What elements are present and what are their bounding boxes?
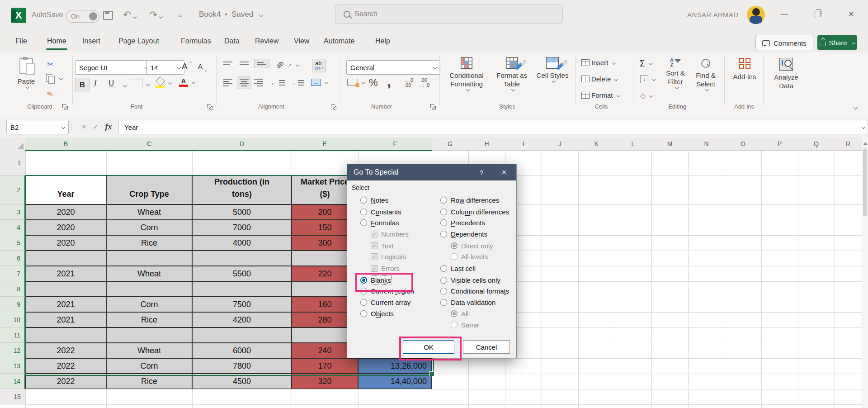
undo-button[interactable]: ↶: [123, 9, 136, 21]
comma-style-button[interactable]: ,: [387, 74, 391, 90]
cell-B2[interactable]: Year: [25, 176, 106, 204]
font-dialog-launcher[interactable]: [206, 103, 212, 109]
row-header-3[interactable]: 3: [0, 204, 25, 220]
document-title[interactable]: Book4 • Saved: [199, 10, 263, 19]
row-header-9[interactable]: 9: [0, 297, 25, 312]
wrap-text-button[interactable]: abc↩: [312, 59, 326, 72]
user-name[interactable]: ANSAR AHMAD: [687, 11, 739, 19]
cell-B10[interactable]: 2021: [25, 312, 106, 327]
cell-D2[interactable]: Production (in tons): [192, 176, 292, 204]
dialog-help-button[interactable]: ?: [475, 164, 488, 180]
cell-B3[interactable]: 2020: [25, 204, 106, 220]
accounting-format-button[interactable]: [347, 79, 365, 86]
orientation-button[interactable]: ab→: [276, 61, 299, 68]
tab-file[interactable]: File: [14, 32, 29, 51]
paste-button[interactable]: Paste: [13, 58, 40, 88]
cell-C4[interactable]: Corn: [106, 220, 192, 235]
column-header-E[interactable]: E: [292, 138, 359, 151]
addins-button[interactable]: Add-ins: [730, 58, 760, 81]
cell-D11[interactable]: [192, 327, 292, 343]
cell-B5[interactable]: 2020: [25, 235, 106, 251]
underline-menu-chevron[interactable]: [123, 84, 127, 87]
cell-C2[interactable]: Crop Type: [106, 176, 192, 204]
row-header-14[interactable]: 14: [0, 374, 25, 389]
row-header-7[interactable]: 7: [0, 266, 25, 281]
collapse-ribbon-chevron[interactable]: [854, 105, 858, 110]
decrease-decimal-button[interactable]: .00 →.0: [420, 78, 429, 88]
cell-E13[interactable]: 170: [292, 358, 358, 374]
cell-styles-button[interactable]: Cell Styles: [535, 57, 570, 82]
cell-B6[interactable]: [25, 251, 106, 266]
column-header-N[interactable]: N: [688, 138, 725, 151]
formula-input[interactable]: Year: [118, 120, 867, 134]
column-header-C[interactable]: C: [106, 138, 193, 151]
cell-C14[interactable]: Rice: [106, 374, 192, 389]
cell-B14[interactable]: 2022: [25, 374, 106, 389]
tab-view[interactable]: View: [292, 32, 311, 51]
cell-B9[interactable]: 2021: [25, 297, 106, 312]
insert-function-icon[interactable]: fx: [105, 122, 112, 132]
cell-C8[interactable]: [106, 281, 192, 297]
cell-C10[interactable]: Rice: [106, 312, 192, 327]
cut-icon[interactable]: ✂: [47, 60, 53, 69]
close-button[interactable]: ×: [841, 0, 862, 28]
tab-review[interactable]: Review: [253, 32, 280, 51]
cell-B7[interactable]: 2021: [25, 266, 106, 281]
column-header-L[interactable]: L: [615, 138, 652, 151]
cell-C13[interactable]: Corn: [106, 358, 192, 374]
column-header-J[interactable]: J: [542, 138, 579, 151]
cell-E14[interactable]: 320: [292, 374, 358, 389]
option-notes[interactable]: Notes: [360, 196, 388, 204]
decrease-indent-button[interactable]: ←: [270, 79, 288, 86]
delete-cells-button[interactable]: Delete: [581, 75, 618, 83]
cell-D8[interactable]: [192, 281, 292, 297]
align-center-button[interactable]: [237, 76, 251, 89]
search-input[interactable]: Search: [335, 5, 563, 24]
align-top-button[interactable]: [223, 62, 232, 65]
tab-formulas[interactable]: Formulas: [179, 32, 213, 51]
cell-D7[interactable]: 5500: [192, 266, 292, 281]
dialog-close-button[interactable]: ×: [496, 164, 512, 180]
cancel-entry-icon[interactable]: ×: [81, 122, 86, 132]
column-header-P[interactable]: P: [761, 138, 798, 151]
cell-D4[interactable]: 7000: [192, 220, 292, 235]
column-header-I[interactable]: I: [505, 138, 542, 151]
number-format-combo[interactable]: General: [346, 60, 440, 75]
grow-font-button[interactable]: A^: [182, 62, 192, 71]
option-last-cell[interactable]: Last cell: [440, 265, 476, 272]
align-bottom-button[interactable]: [254, 59, 269, 68]
option-objects[interactable]: Objects: [360, 310, 394, 318]
row-header-1[interactable]: 1: [0, 150, 25, 176]
column-header-Q[interactable]: Q: [798, 138, 835, 151]
clipboard-dialog-launcher[interactable]: [61, 103, 68, 109]
cell-C5[interactable]: Rice: [106, 235, 192, 251]
copy-icon[interactable]: [46, 74, 62, 82]
tab-page-layout[interactable]: Page Layout: [117, 32, 161, 51]
option-data-validation[interactable]: Data validation: [440, 299, 495, 306]
row-header-12[interactable]: 12: [0, 343, 25, 358]
column-header-M[interactable]: M: [651, 138, 689, 151]
format-as-table-button[interactable]: Format as Table: [491, 57, 533, 91]
font-color-button[interactable]: A: [179, 77, 195, 87]
format-cells-button[interactable]: Format: [581, 91, 620, 99]
row-header-6[interactable]: 6: [0, 251, 25, 266]
cell-F13[interactable]: 13,26,000: [358, 358, 432, 374]
align-left-button[interactable]: [223, 79, 232, 86]
minimize-button[interactable]: —: [774, 0, 795, 28]
analyze-data-button[interactable]: Analyze Data: [769, 58, 804, 90]
select-all-corner[interactable]: [0, 138, 26, 151]
italic-button[interactable]: I: [94, 79, 97, 88]
cell-C3[interactable]: Wheat: [106, 204, 192, 220]
bold-button[interactable]: B: [75, 78, 90, 92]
option-row-differences[interactable]: Row differences: [440, 196, 499, 204]
vertical-scrollbar[interactable]: [862, 138, 868, 408]
increase-decimal-button[interactable]: ←.0 .00: [404, 78, 413, 88]
insert-cells-button[interactable]: Insert: [581, 59, 615, 66]
tab-data[interactable]: Data: [222, 32, 241, 51]
row-header-10[interactable]: 10: [0, 312, 25, 327]
share-button[interactable]: Share: [817, 35, 857, 50]
option-precedents[interactable]: Precedents: [440, 219, 485, 227]
option-current-array[interactable]: Current array: [360, 299, 410, 306]
cell-D13[interactable]: 7800: [192, 358, 292, 374]
cell-C12[interactable]: Wheat: [106, 343, 192, 358]
